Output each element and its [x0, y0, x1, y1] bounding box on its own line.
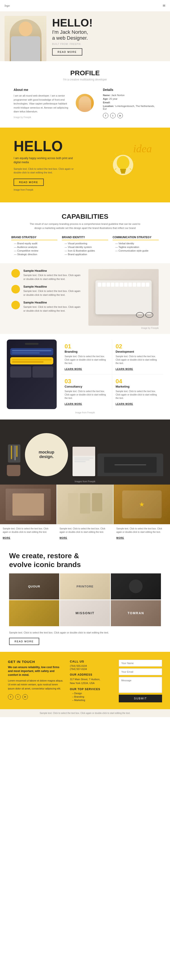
portfolio-card-3: ★ Sample text. Click to select the text …: [114, 485, 170, 542]
contact-twitter-icon[interactable]: t: [15, 694, 21, 700]
profile-img-note: Image by Freepik: [14, 116, 94, 119]
logo: logo: [5, 4, 10, 8]
hamburger-icon[interactable]: ≡: [163, 3, 165, 9]
contact-email-input[interactable]: [119, 668, 162, 675]
hero-read-more-button[interactable]: READ MORE: [52, 48, 82, 56]
brand-img-1: QUOUR: [9, 573, 59, 600]
cap-item: — Competitive review: [11, 249, 57, 252]
hello-read-more-button[interactable]: READ MORE: [14, 178, 44, 186]
step-learn-more-4[interactable]: LEARN MORE: [116, 403, 133, 405]
svg-line-10: [115, 153, 116, 155]
step-text-2: Sample text. Click to select the text bo…: [116, 355, 160, 365]
step-text-1: Sample text. Click to select the text bo…: [65, 355, 108, 365]
svg-rect-5: [121, 172, 125, 173]
hello-right: idea: [89, 142, 156, 188]
cap-text-1: Sample text. Click to select the text bo…: [23, 273, 82, 281]
hello-yellow-section: HELLO I am equally happy working across …: [0, 127, 170, 202]
mockup-line2: design.: [38, 455, 54, 459]
profile-details: Details Name: Jack Norton Age: 25 year E…: [103, 88, 156, 119]
step-title-1: Branding: [65, 350, 108, 353]
laptop-item: [97, 453, 163, 476]
svg-rect-4: [121, 171, 126, 172]
phone-image: [7, 339, 57, 409]
service-marketing: – Marketing: [70, 699, 113, 702]
contact-instagram-icon[interactable]: in: [22, 694, 28, 700]
keyboard-image: [88, 269, 159, 326]
svg-rect-3: [120, 169, 126, 171]
portfolio-section: Sample text. Click to select the text bo…: [0, 485, 170, 542]
portfolio-more-3[interactable]: MORE: [116, 537, 124, 539]
social-twitter-icon[interactable]: t: [110, 113, 116, 118]
steps-grid: 01 Branding Sample text. Click to select…: [61, 339, 163, 409]
cap-col-title-2: BRAND IDENTITY: [62, 236, 108, 240]
hello-big-text: HELLO: [14, 139, 81, 153]
detail-location-row: Location: 's-Hertogenbosch, The Netherla…: [103, 105, 156, 110]
profile-columns: About me I am an all-round web developer…: [14, 88, 156, 119]
brands-grid: QUOUR PRINTORE MISSONIT TOMRAN: [9, 573, 161, 626]
step-text-3: Sample text. Click to select the text bo…: [65, 390, 108, 400]
brands-section: We create, restore & evolve iconic brand…: [0, 542, 170, 652]
brands-read-more-button[interactable]: READ MORE: [9, 638, 39, 645]
desk-items-left: [7, 444, 21, 479]
portfolio-image-3: ★: [114, 485, 170, 524]
cap-item: — Visual positioning: [62, 242, 108, 245]
cap-circle-2: [11, 285, 20, 293]
contact-name-input[interactable]: [119, 660, 162, 667]
coffee-cup: [7, 465, 21, 476]
contact-title: GET IN TOUCH: [8, 660, 64, 663]
portfolio-image-2: [57, 485, 113, 524]
cap-item: — Strategic direction: [11, 253, 57, 256]
service-design: – Design: [70, 692, 113, 695]
cap-img-note: Image by Freepik: [88, 327, 159, 329]
cap-item: — Audience analysis: [11, 246, 57, 248]
contact-submit-button[interactable]: SUBMIT: [119, 695, 162, 702]
service-branding: – Branding: [70, 695, 113, 698]
profile-avatar: [76, 94, 94, 112]
social-facebook-icon[interactable]: f: [103, 113, 108, 118]
brand-img-5: MISSONIT: [60, 600, 110, 626]
detail-email-label: Email:: [103, 101, 110, 104]
detail-age-value: 25 year: [109, 97, 118, 100]
mockup-label-text: mockup design.: [38, 450, 54, 459]
step-learn-more-2[interactable]: LEARN MORE: [116, 368, 133, 370]
detail-name-row: Name: Jack Norton: [103, 94, 156, 97]
contact-col-2: CALL US (764) 555-0104 (764) 557-0104 OU…: [70, 660, 113, 702]
cap-item-text-3: Sample Headline Sample text. Click to se…: [23, 301, 82, 313]
portfolio-more-2[interactable]: MORE: [60, 537, 67, 539]
contact-message-input[interactable]: [119, 677, 162, 693]
hero-hello: HELLO!: [52, 18, 161, 28]
portfolio-more-1[interactable]: MORE: [3, 537, 10, 539]
contact-facebook-icon[interactable]: f: [8, 694, 13, 700]
detail-name-label: Name:: [103, 94, 111, 97]
contact-col-1: GET IN TOUCH We can ensure reliability, …: [8, 660, 64, 702]
step-title-3: Consultancy: [65, 385, 108, 388]
contact-socials: f t in: [8, 694, 64, 700]
cap-item: — Communication style guide: [113, 249, 159, 252]
cap-circle-3: [11, 301, 20, 309]
step-2: 02 Development Sample text. Click to sel…: [112, 339, 163, 374]
brands-title: We create, restore & evolve iconic brand…: [9, 551, 161, 569]
hello-desc: I am equally happy working across both p…: [14, 156, 81, 164]
steps-img-note: Image from Freepik: [7, 410, 163, 416]
step-learn-more-1[interactable]: LEARN MORE: [65, 368, 82, 370]
brand-img-3: [111, 573, 161, 600]
profile-socials: f t in: [103, 113, 156, 118]
capabilities-title: CAPABILITIES: [11, 213, 159, 220]
lightbulb-icon: [106, 150, 140, 186]
portfolio-sample-1: Sample text. Click to select the text bo…: [3, 527, 54, 534]
mockup-line1: mockup: [38, 450, 54, 455]
contact-bold-text: We can ensure reliability, low cost firm…: [8, 665, 64, 677]
step-1: 01 Branding Sample text. Click to select…: [61, 339, 112, 374]
brand-img-6: TOMRAN: [111, 600, 161, 626]
portfolio-card-1: Sample text. Click to select the text bo…: [0, 485, 57, 542]
mockup-section: mockup design.: [0, 420, 170, 479]
step-num-3: 03: [65, 378, 108, 385]
desk-right: [73, 447, 163, 479]
cap-item: — Tagline exploration: [113, 246, 159, 248]
profile-about: About me I am an all-round web developer…: [14, 88, 94, 119]
step-learn-more-3[interactable]: LEARN MORE: [65, 403, 82, 405]
detail-age-row: Age: 25 year: [103, 97, 156, 100]
contact-text: Lorem nnusmod ut labore et dolore magna …: [8, 679, 64, 691]
footer-text: Sample text. Click to select the text bo…: [9, 712, 161, 714]
social-instagram-icon[interactable]: in: [118, 113, 123, 118]
